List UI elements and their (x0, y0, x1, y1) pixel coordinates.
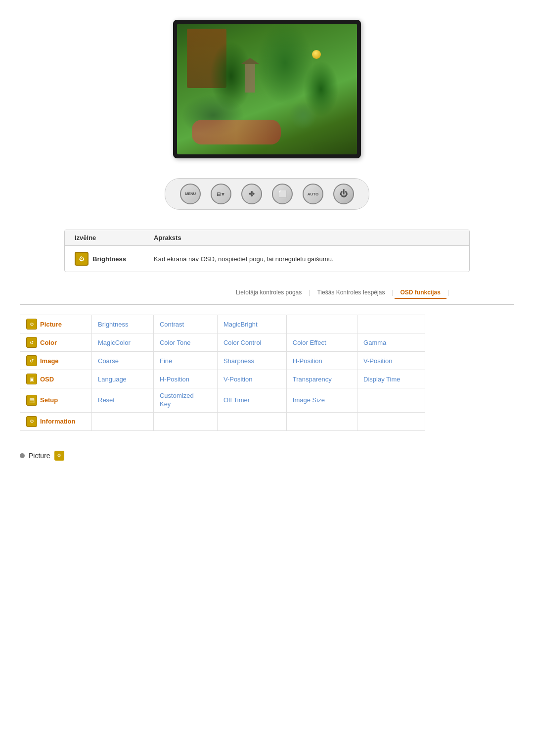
sub-item-gamma[interactable]: Gamma (357, 333, 425, 352)
picture-heading: Picture ⚙ (0, 441, 534, 461)
table-row: ↺ Image Coarse Fine Sharpness H-Position… (20, 352, 425, 370)
picture-label: Picture (29, 452, 50, 460)
buttons-section: MENU ⊟▼ ✤ ⬜ AUTO ⏻ (0, 168, 534, 220)
sub-item-empty-p1 (286, 315, 357, 333)
input-button[interactable]: ⬜ (272, 184, 293, 204)
menu-button[interactable]: MENU (180, 184, 201, 204)
sub-item-transparency[interactable]: Transparency (286, 370, 357, 388)
table-row: ⚙ Information (20, 412, 425, 430)
auto-button[interactable]: AUTO (303, 184, 323, 204)
menu-label-picture: Picture (40, 321, 62, 328)
menu-cell-osd[interactable]: ▣ OSD (20, 370, 92, 388)
nav-separator-3: | (446, 287, 450, 299)
nav-button[interactable]: ⊟▼ (211, 184, 231, 204)
menu-label: MENU (185, 192, 196, 196)
table-row: ↺ Color MagicColor Color Tone Color Cont… (20, 333, 425, 352)
menu-cell-information[interactable]: ⚙ Information (20, 412, 92, 430)
menu-label-color: Color (40, 339, 57, 346)
sub-item-info-1 (92, 412, 154, 430)
menu-label-osd: OSD (40, 376, 54, 383)
input-icon: ⬜ (278, 190, 287, 198)
buttons-bar: MENU ⊟▼ ✤ ⬜ AUTO ⏻ (165, 178, 369, 210)
brightness-icon-box: ⚙ (75, 252, 89, 266)
sub-item-contrast[interactable]: Contrast (153, 315, 217, 333)
table-row: ⚙ Picture Brightness Contrast MagicBrigh… (20, 315, 425, 333)
picture-icon-sm: ⚙ (54, 451, 64, 461)
image-menu-icon: ↺ (26, 355, 37, 366)
nav-separator-1: | (308, 287, 311, 299)
info-table-row: ⚙ Brightness Kad ekrānā nav OSD, nospied… (65, 246, 469, 272)
osd-menu-icon: ▣ (26, 374, 37, 384)
menu-cell-picture[interactable]: ⚙ Picture (20, 315, 92, 333)
menu-label-image: Image (40, 357, 59, 365)
col-header-apraksts: Apraksts (154, 234, 181, 241)
picture-dot (20, 453, 25, 458)
info-table-header: Izvēlne Apraksts (65, 230, 469, 246)
table-row: ▣ OSD Language H-Position V-Position Tra… (20, 370, 425, 388)
nav-tabs: Lietotāja kontroles pogas | Tiešās Kontr… (230, 287, 450, 299)
sub-item-language[interactable]: Language (92, 370, 154, 388)
table-row: ▤ Setup Reset CustomizedKey Off Timer Im… (20, 388, 425, 413)
info-section: Izvēlne Apraksts ⚙ Brightness Kad ekrānā… (0, 220, 534, 282)
sub-item-info-3 (217, 412, 286, 430)
sub-item-fine[interactable]: Fine (153, 352, 217, 370)
menu-label-information: Information (40, 418, 76, 425)
brightness-button[interactable]: ✤ (241, 184, 262, 204)
power-button[interactable]: ⏻ (333, 184, 354, 204)
menu-cell-setup[interactable]: ▤ Setup (20, 388, 92, 413)
nav-icon: ⊟▼ (217, 191, 225, 197)
sub-item-sharpness[interactable]: Sharpness (217, 352, 286, 370)
info-description: Kad ekrānā nav OSD, nospiediet pogu, lai… (154, 255, 334, 263)
sub-item-info-2 (153, 412, 217, 430)
sub-item-coarse[interactable]: Coarse (92, 352, 154, 370)
monitor-section (0, 0, 534, 168)
sub-item-hposition-osd[interactable]: H-Position (153, 370, 217, 388)
monitor-screen (177, 24, 357, 154)
info-icon-cell: ⚙ Brightness (75, 252, 154, 266)
tab-lietotaja[interactable]: Lietotāja kontroles pogas (230, 287, 308, 299)
sub-item-colorcontrol[interactable]: Color Control (217, 333, 286, 352)
sub-item-hposition[interactable]: H-Position (286, 352, 357, 370)
tree-overlay (177, 24, 357, 154)
sub-item-brightness[interactable]: Brightness (92, 315, 154, 333)
sub-item-vposition-osd[interactable]: V-Position (217, 370, 286, 388)
nav-separator-2: | (391, 287, 394, 299)
monitor-frame (173, 20, 361, 158)
pagoda-graphic (245, 63, 255, 93)
sub-item-displaytime[interactable]: Display Time (357, 370, 425, 388)
yellow-ball-graphic (312, 50, 321, 59)
tab-osd[interactable]: OSD funkcijas (395, 287, 446, 299)
sub-item-customizedkey[interactable]: CustomizedKey (153, 388, 217, 413)
sub-item-magiccolor[interactable]: MagicColor (92, 333, 154, 352)
color-menu-icon: ↺ (26, 337, 37, 348)
sub-item-info-4 (286, 412, 357, 430)
menu-cell-image[interactable]: ↺ Image (20, 352, 92, 370)
sub-item-imagesize[interactable]: Image Size (286, 388, 357, 413)
menu-label-setup: Setup (40, 396, 58, 404)
information-menu-icon: ⚙ (26, 416, 37, 427)
sub-item-vposition[interactable]: V-Position (357, 352, 425, 370)
sub-item-empty-p2 (357, 315, 425, 333)
osd-section: ⚙ Picture Brightness Contrast MagicBrigh… (0, 305, 534, 441)
sub-item-magicbright[interactable]: MagicBright (217, 315, 286, 333)
sub-item-colortone[interactable]: Color Tone (153, 333, 217, 352)
picture-menu-icon: ⚙ (26, 319, 37, 330)
col-header-izvēlne: Izvēlne (75, 234, 154, 241)
sub-item-reset[interactable]: Reset (92, 388, 154, 413)
menu-cell-color[interactable]: ↺ Color (20, 333, 92, 352)
sub-item-empty-s1 (357, 388, 425, 413)
osd-table: ⚙ Picture Brightness Contrast MagicBrigh… (20, 315, 425, 431)
info-item-name: Brightness (92, 255, 126, 263)
brightness-icon: ✤ (249, 190, 255, 198)
nav-section: Lietotāja kontroles pogas | Tiešās Kontr… (20, 282, 514, 305)
auto-label: AUTO (308, 192, 319, 196)
info-table: Izvēlne Apraksts ⚙ Brightness Kad ekrānā… (64, 230, 470, 272)
power-icon: ⏻ (340, 189, 348, 198)
tab-tiesās[interactable]: Tiešās Kontroles Iespējas (311, 287, 391, 299)
setup-menu-icon: ▤ (26, 395, 37, 406)
sub-item-info-5 (357, 412, 425, 430)
sub-item-coloreffect[interactable]: Color Effect (286, 333, 357, 352)
sub-item-offtimer[interactable]: Off Timer (217, 388, 286, 413)
